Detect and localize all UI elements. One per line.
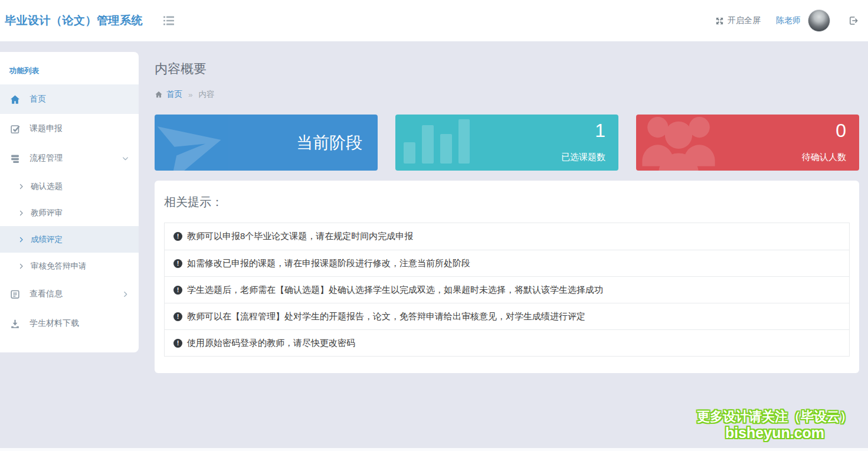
sidebar-item-label: 查看信息 bbox=[30, 289, 63, 299]
card-value: 0 bbox=[836, 120, 846, 141]
paper-plane-icon bbox=[155, 115, 235, 171]
sidebar-item-view-info[interactable]: 查看信息 bbox=[0, 279, 139, 309]
sidebar: 功能列表 首页 课题申报 流程管理 bbox=[0, 52, 139, 352]
topbar-right: 开启全屏 陈老师 bbox=[715, 9, 859, 32]
card-pending-confirmations: 0 待确认人数 bbox=[636, 115, 859, 171]
sidebar-section-label: 功能列表 bbox=[0, 52, 139, 84]
fullscreen-button[interactable]: 开启全屏 bbox=[715, 15, 761, 26]
tip-text: 教师可以申报8个毕业论文课题，请在规定时间内完成申报 bbox=[187, 231, 413, 242]
tip-text: 学生选题后，老师需在【确认选题】处确认选择学生以完成双选，如果超时未选择，将默认… bbox=[187, 285, 603, 296]
list-item: ! 如需修改已申报的课题，请在申报课题阶段进行修改，注意当前所处阶段 bbox=[165, 250, 849, 276]
sidebar-item-home[interactable]: 首页 bbox=[0, 84, 139, 114]
list-item: ! 教师可以申报8个毕业论文课题，请在规定时间内完成申报 bbox=[165, 223, 849, 250]
exclamation-circle-icon: ! bbox=[173, 339, 182, 348]
card-value: 1 bbox=[595, 120, 605, 141]
download-icon bbox=[9, 318, 22, 329]
sidebar-subitem-label: 成绩评定 bbox=[31, 234, 63, 245]
chevron-right-icon bbox=[18, 210, 25, 217]
sidebar-subitem-confirm-topic[interactable]: 确认选题 bbox=[0, 173, 139, 200]
card-title: 当前阶段 bbox=[296, 132, 362, 154]
home-icon bbox=[155, 90, 163, 99]
list-item: ! 使用原始密码登录的教师，请尽快更改密码 bbox=[165, 329, 849, 356]
app-title: 毕业设计（论文）管理系统 bbox=[5, 13, 143, 28]
main-content: 内容概要 首页 » 内容 当前阶段 1 已选课题数 bbox=[155, 41, 859, 373]
list-item: ! 学生选题后，老师需在【确认选题】处确认选择学生以完成双选，如果超时未选择，将… bbox=[165, 276, 849, 303]
sidebar-toggle-button[interactable] bbox=[162, 14, 176, 28]
expand-arrows-icon bbox=[715, 17, 724, 25]
sidebar-item-student-material-download[interactable]: 学生材料下载 bbox=[0, 309, 139, 338]
home-icon bbox=[9, 94, 22, 105]
logout-button[interactable] bbox=[848, 15, 859, 26]
sidebar-subitem-grade-evaluation[interactable]: 成绩评定 bbox=[0, 226, 139, 253]
card-current-stage: 当前阶段 bbox=[155, 115, 378, 171]
sidebar-subitem-teacher-review[interactable]: 教师评审 bbox=[0, 200, 139, 226]
list-icon bbox=[162, 14, 176, 28]
card-label: 待确认人数 bbox=[802, 152, 846, 163]
user-menu[interactable]: 陈老师 bbox=[776, 15, 801, 26]
exclamation-circle-icon: ! bbox=[173, 286, 182, 295]
sidebar-item-label: 学生材料下载 bbox=[30, 318, 79, 329]
sidebar-item-label: 首页 bbox=[30, 94, 46, 104]
tip-text: 教师可以在【流程管理】处对学生的开题报告，论文，免答辩申请给出审核意见，对学生成… bbox=[187, 311, 585, 322]
fullscreen-label: 开启全屏 bbox=[728, 15, 761, 26]
users-icon bbox=[640, 115, 718, 171]
sidebar-subitem-defense-exemption-review[interactable]: 审核免答辩申请 bbox=[0, 253, 139, 279]
check-square-icon bbox=[9, 123, 22, 135]
chevron-right-icon bbox=[18, 183, 25, 190]
exclamation-circle-icon: ! bbox=[173, 232, 182, 241]
exclamation-circle-icon: ! bbox=[173, 259, 182, 268]
breadcrumb-current: 内容 bbox=[199, 89, 215, 100]
watermark-text: 更多设计请关注（毕设云） bbox=[697, 409, 853, 424]
sign-out-icon bbox=[848, 15, 859, 26]
tasks-icon bbox=[9, 153, 22, 164]
breadcrumb: 首页 » 内容 bbox=[155, 89, 859, 100]
chevron-right-icon bbox=[18, 236, 25, 243]
clipboard-icon bbox=[9, 289, 22, 300]
chevron-right-icon bbox=[122, 290, 129, 298]
bar-chart-icon bbox=[404, 115, 470, 164]
sidebar-item-label: 流程管理 bbox=[30, 153, 63, 164]
card-label: 已选课题数 bbox=[561, 152, 605, 163]
sidebar-item-topic-declaration[interactable]: 课题申报 bbox=[0, 114, 139, 143]
footer-strip bbox=[0, 448, 868, 451]
tips-panel: 相关提示： ! 教师可以申报8个毕业论文课题，请在规定时间内完成申报 ! 如需修… bbox=[155, 181, 859, 373]
sidebar-subitem-label: 确认选题 bbox=[31, 181, 63, 192]
topbar: 毕业设计（论文）管理系统 开启全屏 陈老师 bbox=[0, 0, 868, 41]
sidebar-subitem-label: 教师评审 bbox=[31, 208, 63, 218]
site-watermark: 更多设计请关注（毕设云） bisheyun.com bbox=[697, 409, 853, 442]
page-title: 内容概要 bbox=[155, 60, 859, 78]
tip-text: 如需修改已申报的课题，请在申报课题阶段进行修改，注意当前所处阶段 bbox=[187, 258, 470, 269]
stat-cards: 当前阶段 1 已选课题数 bbox=[155, 115, 859, 171]
breadcrumb-home-link[interactable]: 首页 bbox=[166, 89, 182, 100]
avatar[interactable] bbox=[808, 9, 830, 32]
sidebar-subitem-label: 审核免答辩申请 bbox=[31, 261, 87, 272]
sidebar-item-process-management[interactable]: 流程管理 bbox=[0, 143, 139, 173]
chevron-down-icon bbox=[122, 155, 129, 162]
chevron-right-icon bbox=[18, 263, 25, 270]
watermark-url: bisheyun.com bbox=[697, 424, 853, 442]
sidebar-item-label: 课题申报 bbox=[30, 123, 63, 134]
exclamation-circle-icon: ! bbox=[173, 312, 182, 321]
card-selected-topics: 1 已选课题数 bbox=[395, 115, 618, 171]
tips-title: 相关提示： bbox=[164, 181, 850, 223]
breadcrumb-separator: » bbox=[188, 90, 193, 99]
list-item: ! 教师可以在【流程管理】处对学生的开题报告，论文，免答辩申请给出审核意见，对学… bbox=[165, 303, 849, 329]
tip-text: 使用原始密码登录的教师，请尽快更改密码 bbox=[187, 338, 355, 349]
tips-list: ! 教师可以申报8个毕业论文课题，请在规定时间内完成申报 ! 如需修改已申报的课… bbox=[164, 223, 850, 357]
